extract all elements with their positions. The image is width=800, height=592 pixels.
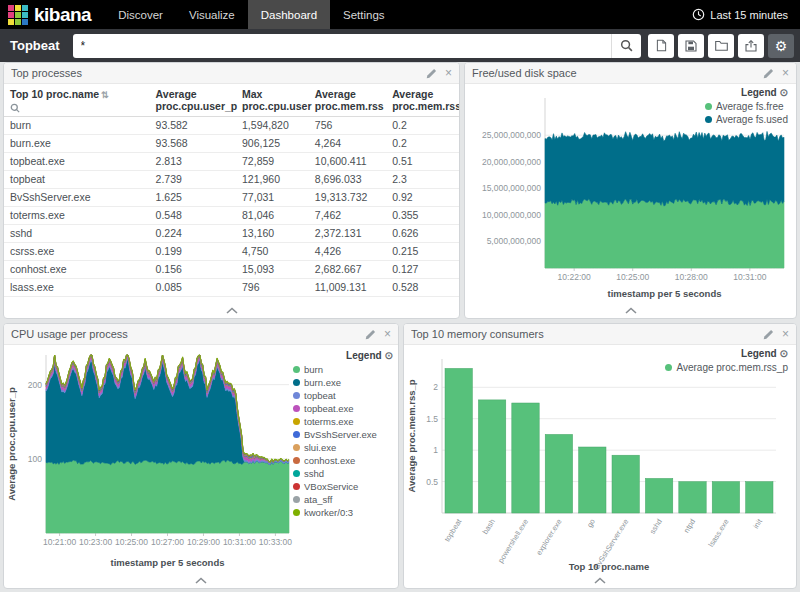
table-cell: 0.92 — [386, 188, 459, 206]
svg-text:10:33:00: 10:33:00 — [259, 537, 292, 547]
close-icon: × — [782, 67, 789, 79]
column-header[interactable]: Average proc.mem.rss_p — [386, 84, 459, 116]
legend-header[interactable]: Legend⊙ — [665, 348, 788, 359]
nav-item-settings[interactable]: Settings — [330, 0, 398, 29]
legend-header[interactable]: Legend⊙ — [705, 87, 788, 98]
svg-text:init: init — [751, 517, 764, 531]
legend-item-label: sshd — [304, 468, 324, 479]
collapse-panel-button[interactable] — [611, 304, 651, 317]
legend-color-dot — [293, 379, 300, 386]
edit-panel-button[interactable] — [763, 329, 774, 340]
legend-item[interactable]: topbeat.exe — [293, 403, 393, 414]
table-cell: 0.2 — [386, 134, 459, 152]
panel-title: Top processes — [11, 67, 426, 79]
legend-color-dot — [293, 470, 300, 477]
legend-item[interactable]: conhost.exe — [293, 455, 393, 466]
panel-title: Free/used disk space — [472, 67, 763, 79]
table-row: BvSshServer.exe1.62577,03119,313.7320.92 — [4, 188, 459, 206]
column-header[interactable]: Max proc.cpu.user — [236, 84, 309, 116]
svg-text:timestamp per 5 seconds: timestamp per 5 seconds — [110, 557, 224, 568]
edit-panel-button[interactable] — [426, 68, 437, 79]
legend-color-dot — [705, 103, 712, 110]
legend-item[interactable]: kworker/0:3 — [293, 507, 393, 518]
legend-item[interactable]: burn — [293, 364, 393, 375]
legend-item[interactable]: ata_sff — [293, 494, 393, 505]
bar[interactable] — [478, 400, 505, 513]
column-header-label: Average proc.mem.rss_p — [392, 88, 459, 112]
sort-icon[interactable]: ⇅ — [101, 90, 109, 100]
search-button[interactable] — [611, 34, 641, 58]
legend-item[interactable]: VBoxService — [293, 481, 393, 492]
bar[interactable] — [679, 482, 706, 513]
collapse-panel-button[interactable] — [580, 574, 620, 587]
nav-item-discover[interactable]: Discover — [105, 0, 176, 29]
time-filter-button[interactable]: Last 15 minutes — [680, 0, 800, 29]
edit-panel-button[interactable] — [763, 68, 774, 79]
column-header[interactable]: Average proc.cpu.user_p — [150, 84, 236, 116]
bar[interactable] — [712, 482, 739, 513]
legend-item[interactable]: Average fs.used — [705, 114, 788, 125]
legend-item[interactable]: toterms.exe — [293, 416, 393, 427]
table-cell: 0.51 — [386, 152, 459, 170]
nav-item-visualize[interactable]: Visualize — [176, 0, 248, 29]
main-nav: Discover Visualize Dashboard Settings — [105, 0, 397, 29]
legend-item[interactable]: Average proc.mem.rss_p — [665, 362, 788, 373]
area-series[interactable] — [46, 460, 289, 533]
column-header[interactable]: Top 10 proc.name⇅ — [4, 84, 150, 116]
bar[interactable] — [545, 434, 572, 513]
remove-panel-button[interactable]: × — [782, 67, 789, 79]
bar[interactable] — [579, 447, 606, 513]
query-input[interactable] — [73, 34, 611, 58]
svg-text:explorer.exe: explorer.exe — [534, 517, 563, 556]
cpu-usage-chart[interactable]: 100200Average proc.cpu.user_p10:21:0010:… — [6, 347, 294, 573]
bar[interactable] — [645, 478, 672, 513]
collapse-panel-button[interactable] — [181, 574, 221, 587]
table-cell: 1.625 — [150, 188, 236, 206]
share-dashboard-button[interactable] — [738, 34, 764, 58]
table-cell: 93.568 — [150, 134, 236, 152]
panel-header: Top 10 memory consumers × — [404, 324, 796, 345]
legend-item-label: Average fs.free — [716, 101, 784, 112]
panel-top-processes: Top processes × Top 10 proc.name⇅Average… — [3, 62, 460, 319]
table-cell: 0.548 — [150, 206, 236, 224]
legend-item[interactable]: BvSshServer.exe — [293, 429, 393, 440]
new-dashboard-button[interactable] — [648, 34, 674, 58]
remove-panel-button[interactable]: × — [782, 328, 789, 340]
edit-panel-button[interactable] — [365, 329, 376, 340]
legend-item-label: kworker/0:3 — [304, 507, 353, 518]
table-cell: conhost.exe — [4, 260, 150, 278]
area-series[interactable] — [545, 131, 784, 205]
bar[interactable] — [746, 482, 773, 513]
remove-panel-button[interactable]: × — [445, 67, 452, 79]
svg-text:lsass.exe: lsass.exe — [706, 517, 730, 548]
legend-item[interactable]: burn.exe — [293, 377, 393, 388]
collapse-panel-button[interactable] — [212, 304, 252, 317]
legend-item[interactable]: Average fs.free — [705, 101, 788, 112]
options-button[interactable]: ⚙ — [768, 34, 794, 58]
legend-item-label: burn — [304, 364, 323, 375]
load-dashboard-button[interactable] — [708, 34, 734, 58]
legend-item[interactable]: sshd — [293, 468, 393, 479]
table-cell: 2,682.667 — [309, 260, 386, 278]
bar[interactable] — [612, 455, 639, 513]
table-cell: 0.085 — [150, 278, 236, 296]
search-icon — [620, 39, 633, 52]
table-cell: 0.528 — [386, 278, 459, 296]
memory-consumers-chart[interactable]: 0.511.52Average proc.mem.rss_ptopbeatbas… — [406, 347, 792, 573]
bar[interactable] — [445, 368, 472, 513]
area-series[interactable] — [545, 199, 784, 268]
legend-item-label: ata_sff — [304, 494, 332, 505]
save-dashboard-button[interactable] — [678, 34, 704, 58]
legend-item[interactable]: topbeat — [293, 390, 393, 401]
legend-toggle-icon: ⊙ — [780, 87, 788, 98]
legend-header[interactable]: Legend⊙ — [293, 350, 393, 361]
nav-item-dashboard[interactable]: Dashboard — [248, 0, 330, 29]
remove-panel-button[interactable]: × — [384, 328, 391, 340]
magnifier-icon[interactable] — [10, 103, 144, 114]
column-header[interactable]: Average proc.mem.rss — [309, 84, 386, 116]
area-series[interactable] — [46, 359, 289, 465]
legend-item[interactable]: slui.exe — [293, 442, 393, 453]
bar[interactable] — [512, 403, 539, 513]
table-cell: topbeat.exe — [4, 152, 150, 170]
kibana-home-link[interactable]: kibana — [0, 0, 105, 29]
